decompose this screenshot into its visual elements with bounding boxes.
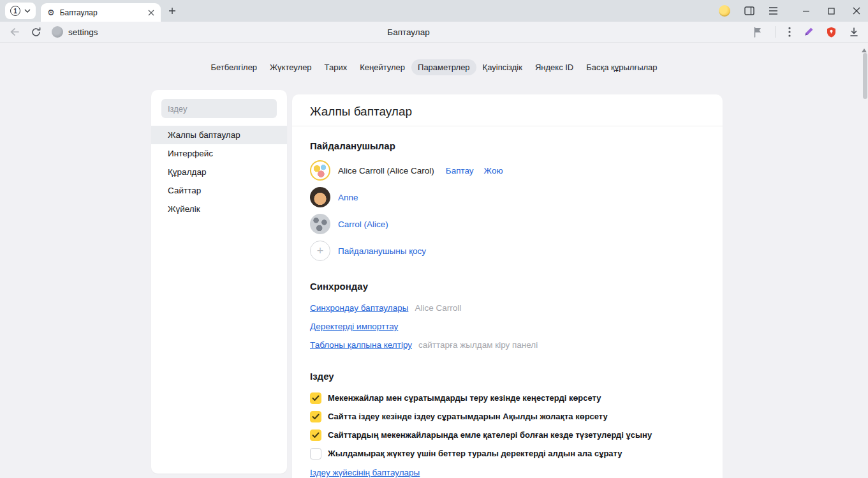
main-header: Жалпы баптаулар [292, 94, 723, 126]
option-label-prefetch[interactable]: Жылдамырақ жүктеу үшін беттер туралы дер… [328, 449, 622, 458]
user-avatar-alice[interactable] [310, 160, 330, 181]
tab-title: Баптаулар [60, 8, 143, 17]
page-title: Жалпы баптаулар [310, 105, 705, 119]
restore-tableau-link[interactable]: Таблоны қалпына келтіру [310, 340, 412, 350]
sync-section: Синхрондау Синхрондау баптаулары Alice C… [310, 281, 705, 354]
site-favicon[interactable] [52, 26, 63, 38]
close-button[interactable] [853, 7, 860, 15]
user-row-anne: Anne [310, 184, 705, 211]
checkbox-site-search[interactable] [310, 411, 321, 422]
toolbar-divider [775, 26, 776, 38]
nav-downloads[interactable]: Жүктеулер [263, 59, 318, 75]
settings-main: Жалпы баптаулар Пайдаланушылар Alice Car… [292, 94, 723, 478]
sidebar-item-interface[interactable]: Интерфейс [151, 144, 287, 163]
user-avatar-anne[interactable] [310, 187, 330, 207]
current-user-name: Alice Carroll (Alice Carol) [338, 166, 434, 176]
settings-top-nav: Бетбелгілер Жүктеулер Тарих Кеңейтулер П… [0, 59, 868, 75]
minimize-button[interactable] [802, 7, 810, 15]
scrollbar-up-arrow[interactable] [862, 46, 867, 52]
sync-row-import: Деректерді импорттау [310, 317, 705, 336]
search-engine-settings-link[interactable]: Іздеу жүйесінің баптаулары [310, 468, 420, 477]
user-row-current: Alice Carroll (Alice Carol) Баптау Жою [310, 157, 705, 184]
active-tab[interactable]: ⚙ Баптаулар [41, 3, 161, 22]
bookmark-flag-icon[interactable] [753, 27, 762, 38]
main-body: Пайдаланушылар Alice Carroll (Alice Caro… [292, 140, 723, 478]
back-button[interactable] [9, 27, 20, 37]
sidebar-menu: Жалпы баптаулар Интерфейс Құралдар Сайтт… [151, 126, 287, 218]
user-configure-link[interactable]: Баптау [446, 166, 474, 176]
tab-count: 1 [10, 6, 20, 16]
user-avatar-carrol[interactable] [310, 214, 330, 234]
user-row-carrol: Carrol (Alice) [310, 211, 705, 237]
add-user-icon[interactable]: + [310, 241, 330, 261]
import-data-link[interactable]: Деректерді импорттау [310, 322, 398, 331]
reload-button[interactable] [31, 27, 41, 38]
menu-icon[interactable] [769, 7, 778, 15]
sync-settings-note: Alice Carroll [415, 303, 461, 313]
settings-sidebar: Жалпы баптаулар Интерфейс Құралдар Сайтт… [151, 90, 287, 474]
settings-page: Бетбелгілер Жүктеулер Тарих Кеңейтулер П… [0, 43, 868, 478]
option-row-prefetch: Жылдамырақ жүктеу үшін беттер туралы дер… [310, 444, 705, 463]
nav-extensions[interactable]: Кеңейтулер [353, 59, 411, 75]
option-row-suggestions: Мекенжайлар мен сұратымдарды теру кезінд… [310, 389, 705, 407]
address-toolbar: settings Баптаулар [0, 22, 868, 43]
tab-strip: 1 ⚙ Баптаулар [0, 0, 868, 22]
tab-counter-button[interactable]: 1 [5, 3, 36, 19]
search-options: Мекенжайлар мен сұратымдарды теру кезінд… [310, 389, 705, 463]
new-tab-button[interactable] [168, 7, 176, 15]
user-row-add: + Пайдаланушыны қосу [310, 237, 705, 264]
url-text[interactable]: settings [68, 27, 98, 37]
option-row-typo-fix: Сайттардың мекенжайларында емле қателері… [310, 426, 705, 444]
toolbar-actions [753, 26, 859, 38]
option-label-typo-fix[interactable]: Сайттардың мекенжайларында емле қателері… [328, 430, 652, 440]
option-label-site-search[interactable]: Сайтта іздеу кезінде іздеу сұратымдарын … [328, 412, 608, 421]
scrollbar-thumb[interactable] [863, 53, 867, 99]
sync-row-tableau: Таблоны қалпына келтіру сайттарға жылдам… [310, 336, 705, 354]
pen-icon[interactable] [804, 27, 814, 37]
maximize-button[interactable] [828, 8, 835, 15]
tabbar-actions [719, 5, 863, 17]
nav-history[interactable]: Тарих [318, 59, 354, 75]
more-options-icon[interactable] [788, 27, 791, 37]
gear-icon: ⚙ [47, 8, 55, 17]
sync-heading: Синхрондау [310, 281, 705, 292]
nav-yandex-id[interactable]: Яндекс ID [529, 59, 580, 75]
restore-tableau-note: сайттарға жылдам кіру панелі [418, 340, 538, 350]
tab-close-icon[interactable] [148, 10, 154, 16]
sidebar-item-sites[interactable]: Сайттар [151, 181, 287, 200]
sidebar-item-system[interactable]: Жүйелік [151, 200, 287, 218]
nav-settings[interactable]: Параметрлер [411, 59, 476, 75]
downloads-icon[interactable] [849, 27, 859, 37]
sync-settings-link[interactable]: Синхрондау баптаулары [310, 303, 408, 313]
nav-bookmarks[interactable]: Бетбелгілер [204, 59, 263, 75]
search-section: Іздеу Мекенжайлар мен сұратымдарды теру … [310, 371, 705, 478]
sync-row-settings: Синхрондау баптаулары Alice Carroll [310, 299, 705, 317]
side-panel-icon[interactable] [744, 6, 754, 15]
sidebar-item-tools[interactable]: Құралдар [151, 163, 287, 181]
toolbar-page-title: Баптаулар [387, 27, 429, 37]
checkbox-prefetch[interactable] [310, 448, 321, 459]
user-remove-link[interactable]: Жою [484, 166, 503, 176]
user-link-carrol[interactable]: Carrol (Alice) [338, 220, 388, 229]
option-label-suggestions[interactable]: Мекенжайлар мен сұратымдарды теру кезінд… [328, 393, 601, 403]
profile-avatar-icon[interactable] [719, 5, 730, 17]
sidebar-item-general[interactable]: Жалпы баптаулар [151, 126, 287, 144]
shield-icon[interactable] [827, 27, 836, 38]
users-section: Пайдаланушылар Alice Carroll (Alice Caro… [310, 140, 705, 264]
option-row-site-search: Сайтта іздеу кезінде іздеу сұратымдарын … [310, 407, 705, 426]
nav-security[interactable]: Қауіпсіздік [476, 59, 529, 75]
sidebar-search-input[interactable] [161, 99, 277, 118]
checkbox-typo-fix[interactable] [310, 429, 321, 441]
search-heading: Іздеу [310, 371, 705, 382]
chevron-down-icon [24, 9, 31, 13]
user-link-anne[interactable]: Anne [338, 193, 358, 202]
sync-rows: Синхрондау баптаулары Alice Carroll Дере… [310, 299, 705, 354]
add-user-link[interactable]: Пайдаланушыны қосу [338, 246, 426, 256]
window-controls [802, 7, 863, 15]
nav-other-devices[interactable]: Басқа құрылғылар [580, 59, 663, 75]
users-heading: Пайдаланушылар [310, 140, 705, 152]
current-user-actions: Баптау Жою [446, 166, 503, 176]
checkbox-suggestions[interactable] [310, 392, 321, 404]
